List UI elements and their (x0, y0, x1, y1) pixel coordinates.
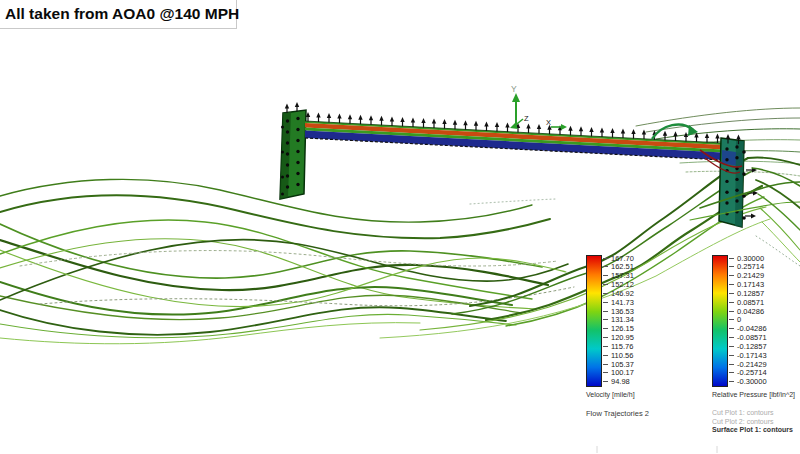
rivet-dot (725, 180, 728, 183)
flow-arrow (327, 113, 331, 123)
flow-arrow (673, 131, 677, 141)
flow-arrow (337, 114, 341, 124)
flow-arrow (589, 127, 593, 137)
flow-arrow (421, 118, 425, 128)
coordinate-triad: Y Z X (510, 84, 567, 130)
flow-arrow (663, 131, 667, 141)
annotation-title-text: All taken from AOA0 @140 MPH (5, 5, 239, 23)
tick-value: 167.70 (611, 254, 634, 263)
rivet-dot (742, 216, 746, 220)
tick-value: 141.73 (611, 298, 634, 307)
tick-mark (729, 319, 734, 320)
tick-mark (603, 372, 608, 373)
tick-value: 105.37 (611, 360, 634, 369)
tick-value: -0.30000 (737, 377, 767, 386)
flow-arrow (400, 117, 404, 127)
legend-tick: 100.17 (603, 369, 634, 377)
pressure-legend: 0.300000.257140.214290.171430.128570.085… (712, 255, 795, 435)
flow-arrow (705, 133, 709, 143)
legend-tick: 126.15 (603, 325, 634, 333)
pressure-colorbar[interactable] (712, 255, 728, 387)
rivet-dot (742, 150, 746, 154)
legend-tick: 94.98 (603, 378, 634, 386)
legend-tick: 110.56 (603, 351, 634, 359)
tick-value: -0.12857 (737, 342, 767, 351)
flow-arrow (745, 214, 756, 219)
rivet-dot (735, 189, 738, 192)
tick-value: 126.15 (611, 324, 634, 333)
rivet-dot (725, 147, 728, 150)
plot-label: Cut Plot 1: contours (712, 409, 795, 418)
tick-value: 136.53 (611, 307, 634, 316)
tick-value: 0.08571 (737, 298, 764, 307)
plot-label: Surface Plot 1: contours (712, 426, 795, 435)
tick-value: 0.17143 (737, 280, 764, 289)
flow-trajectories-label: Flow Trajectories 2 (586, 409, 649, 418)
flow-arrow (600, 127, 604, 137)
streamline (0, 282, 512, 315)
tick-mark (729, 258, 734, 259)
streamline (760, 208, 800, 250)
legend-tick: 105.37 (603, 360, 634, 368)
tick-value: 146.92 (611, 289, 634, 298)
rivet-dot (281, 193, 284, 196)
rivet-dot (286, 174, 289, 177)
flow-arrow (621, 129, 625, 139)
tick-mark (603, 258, 608, 259)
rivet-dot (286, 141, 289, 144)
tick-mark (603, 381, 608, 382)
rivet-dot (735, 178, 738, 181)
rivet-dot (296, 139, 299, 142)
rivet-dot (735, 199, 738, 202)
tick-mark (603, 328, 608, 329)
tick-mark (603, 355, 608, 356)
legend-tick: 141.73 (603, 298, 634, 306)
flow-arrow (537, 124, 541, 134)
flow-arrow (568, 126, 572, 136)
tick-value: 0.30000 (737, 254, 764, 263)
legend-tick: -0.04286 (729, 325, 767, 333)
velocity-legend-title: Velocity [mile/h] (586, 391, 649, 398)
rivet-dot (281, 126, 284, 129)
flow-arrow (631, 129, 635, 139)
velocity-colorbar[interactable] (586, 255, 602, 387)
tick-value: 120.95 (611, 333, 634, 342)
tick-mark (603, 346, 608, 347)
rivet-dot (296, 117, 299, 120)
streamline (470, 199, 556, 204)
tick-mark (603, 337, 608, 338)
flow-arrow (642, 130, 646, 140)
flow-arrow (316, 113, 320, 123)
tick-value: -0.25714 (737, 368, 767, 377)
flow-arrow (295, 102, 299, 112)
rivet-dot (286, 152, 289, 155)
flow-arrow (411, 118, 415, 128)
legend-tick: 0.08571 (729, 298, 767, 306)
x-axis-arrowhead (561, 124, 567, 130)
legend-tick: 0.21429 (729, 272, 767, 280)
flow-arrow (495, 122, 499, 132)
streamline (0, 179, 532, 222)
tick-value: 100.17 (611, 368, 634, 377)
velocity-legend: 167.70162.51157.31152.12146.92141.73136.… (586, 255, 649, 418)
rivet-dot (725, 201, 728, 204)
flow-arrow (579, 126, 583, 136)
legend-tick: -0.17143 (729, 351, 767, 359)
rivet-dot (725, 158, 728, 161)
tick-mark (729, 372, 734, 373)
legend-tick: 0.30000 (729, 254, 767, 262)
tick-value: 157.31 (611, 271, 634, 280)
tick-mark (729, 337, 734, 338)
legend-tick: -0.12857 (729, 342, 767, 350)
pressure-tick-list: 0.300000.257140.214290.171430.128570.085… (729, 254, 767, 386)
tick-mark (729, 364, 734, 365)
tick-value: 152.12 (611, 280, 634, 289)
tick-value: -0.04286 (737, 324, 767, 333)
z-axis-label: Z (524, 114, 529, 123)
streamline (0, 250, 566, 307)
rivet-dot (296, 128, 299, 131)
legend-tick: 115.76 (603, 342, 634, 350)
tick-value: -0.17143 (737, 351, 767, 360)
flow-visualization-scene[interactable]: Y Z X (0, 0, 800, 454)
rivet-dot (286, 119, 289, 122)
